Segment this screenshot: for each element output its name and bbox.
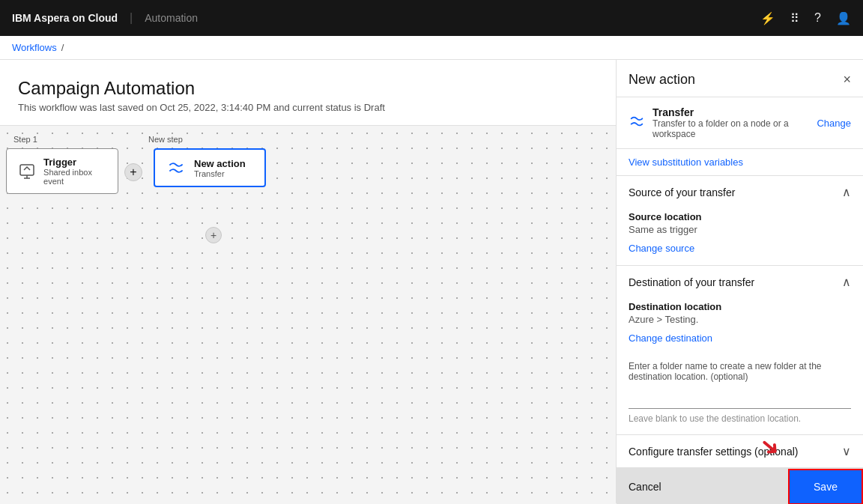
source-section: Source of your transfer ∧ Source locatio…: [617, 176, 863, 266]
source-location-label: Source location: [629, 211, 851, 222]
transfer-icon: [629, 113, 645, 133]
destination-location-value: Azure > Testing.: [629, 314, 851, 325]
main-layout: Campaign Automation This workflow was la…: [0, 60, 863, 503]
page-subtitle: This workflow was last saved on Oct 25, …: [18, 102, 598, 113]
right-panel: New action × Transfer Transfer to a fold…: [616, 60, 863, 503]
panel-header: New action ×: [617, 60, 863, 97]
page-title: Campaign Automation: [18, 78, 598, 99]
brand-name: IBM Aspera on Cloud: [12, 12, 118, 24]
action-node[interactable]: New action Transfer: [154, 148, 266, 187]
dest-hint-text: Leave blank to use the destination locat…: [629, 413, 851, 424]
action-subtitle: Transfer: [194, 169, 246, 178]
source-location-value: Same as trigger: [629, 224, 851, 235]
step1-label: Step 1: [13, 135, 37, 144]
topnav-right: ⚡ ⠿ ? 👤: [760, 11, 851, 25]
close-icon[interactable]: ×: [843, 72, 851, 88]
action-title: New action: [194, 158, 246, 169]
destination-section-content: Destination location Azure > Testing. Ch…: [617, 298, 863, 355]
breadcrumb: Workflows /: [0, 36, 863, 60]
plus-below-button[interactable]: +: [205, 227, 222, 243]
topnav: IBM Aspera on Cloud | Automation ⚡ ⠿ ? 👤: [0, 0, 863, 36]
configure-section-header[interactable]: Configure transfer settings (optional) ∨: [617, 435, 863, 467]
dest-helper-text: Enter a folder name to create a new fold…: [629, 361, 851, 382]
configure-section: Configure transfer settings (optional) ∨: [617, 435, 863, 468]
transfer-info: Transfer Transfer to a folder on a node …: [652, 106, 817, 139]
source-section-title: Source of your transfer: [629, 186, 735, 198]
source-section-header[interactable]: Source of your transfer ∧: [617, 176, 863, 208]
arrow-indicator: ➜: [760, 432, 781, 461]
breadcrumb-workflows-link[interactable]: Workflows: [12, 42, 57, 53]
workflow-canvas: Step 1 Trigger Shared inbox event: [0, 126, 616, 502]
transfer-left: Transfer Transfer to a folder on a node …: [629, 106, 817, 139]
transfer-desc: Transfer to a folder on a node or a work…: [652, 118, 817, 139]
network-icon[interactable]: ⚡: [760, 11, 775, 25]
trigger-icon: [17, 161, 36, 182]
topnav-left: IBM Aspera on Cloud | Automation: [12, 11, 198, 25]
transfer-name: Transfer: [652, 106, 817, 118]
user-icon[interactable]: 👤: [836, 11, 851, 25]
destination-section-header[interactable]: Destination of your transfer ∧: [617, 266, 863, 298]
cancel-button[interactable]: Cancel: [617, 470, 788, 503]
trigger-subtitle: Shared inbox event: [43, 168, 107, 186]
newstep-label: New step: [148, 135, 183, 144]
destination-section-title: Destination of your transfer: [629, 276, 754, 288]
topnav-divider: |: [130, 11, 133, 25]
change-source-link[interactable]: Change source: [629, 243, 694, 254]
save-button[interactable]: Save: [788, 469, 863, 504]
action-icon: [166, 157, 187, 178]
trigger-text: Trigger Shared inbox event: [43, 157, 107, 186]
substitution-variables-link[interactable]: View substitution variables: [617, 149, 863, 176]
source-section-content: Source location Same as trigger Change s…: [617, 208, 863, 265]
configure-chevron-down-icon: ∨: [842, 444, 851, 458]
dest-folder-input[interactable]: [629, 388, 851, 409]
destination-location-label: Destination location: [629, 301, 851, 312]
action-text: New action Transfer: [194, 158, 246, 178]
transfer-type-row: Transfer Transfer to a folder on a node …: [617, 97, 863, 149]
panel-footer: Cancel Save: [617, 468, 863, 504]
destination-section: Destination of your transfer ∧ Destinati…: [617, 266, 863, 435]
change-destination-link[interactable]: Change destination: [629, 333, 712, 344]
destination-chevron-up-icon: ∧: [842, 275, 851, 289]
change-transfer-link[interactable]: Change: [817, 118, 851, 129]
help-icon[interactable]: ?: [814, 11, 821, 25]
panel-title: New action: [629, 72, 695, 88]
source-chevron-up-icon: ∧: [842, 185, 851, 199]
trigger-title: Trigger: [43, 157, 107, 168]
canvas-area: Campaign Automation This workflow was la…: [0, 60, 616, 503]
grid-icon[interactable]: ⠿: [790, 11, 799, 25]
breadcrumb-separator: /: [61, 42, 64, 53]
connector-plus-button[interactable]: +: [124, 163, 142, 181]
topnav-section: Automation: [145, 12, 198, 24]
canvas-header: Campaign Automation This workflow was la…: [0, 60, 616, 126]
trigger-node[interactable]: Trigger Shared inbox event: [6, 148, 118, 194]
destination-input-area: Enter a folder name to create a new fold…: [617, 355, 863, 434]
